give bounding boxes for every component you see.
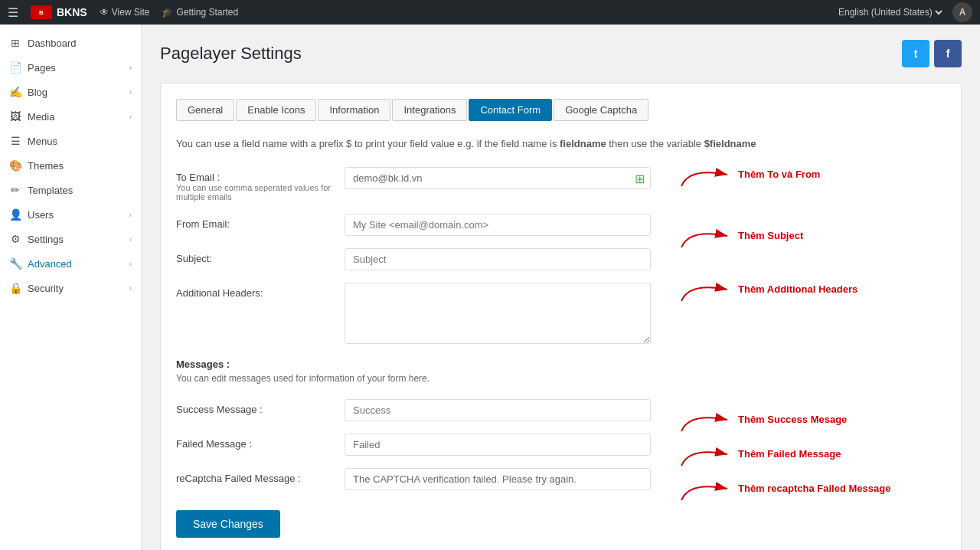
sidebar-item-menus[interactable]: ☰ Menus bbox=[0, 129, 141, 153]
arrow-svg-5 bbox=[674, 439, 735, 470]
email-icon[interactable]: ⊞ bbox=[635, 172, 645, 186]
annotation-label-failed-msg: Thêm Failed Message bbox=[738, 448, 841, 460]
tab-contact-form[interactable]: Contact Form bbox=[469, 99, 552, 121]
annotation-success-msg: Thêm Success Mesage bbox=[674, 404, 847, 435]
twitter-button[interactable]: t bbox=[902, 40, 929, 67]
security-icon: 🔒 bbox=[9, 282, 21, 294]
to-email-control: ⊞ bbox=[345, 167, 651, 189]
info-text: You can use a field name with a prefix $… bbox=[176, 136, 946, 152]
annotation-failed-msg: Thêm Failed Message bbox=[674, 439, 841, 470]
save-changes-button[interactable]: Save Changes bbox=[176, 510, 280, 538]
annotation-label-to-from: Thêm To và From bbox=[738, 169, 820, 180]
main-content: Pagelayer Settings t f General Enable Ic… bbox=[142, 25, 980, 550]
view-site-icon: 👁 bbox=[100, 7, 109, 18]
social-icons: t f bbox=[902, 40, 962, 67]
sidebar-item-themes[interactable]: 🎨 Themes bbox=[0, 153, 141, 178]
messages-header: Messages : bbox=[176, 358, 946, 370]
to-email-input[interactable] bbox=[345, 167, 651, 189]
logo-text: BKNS bbox=[57, 6, 87, 18]
subject-input[interactable] bbox=[345, 248, 651, 270]
additional-headers-textarea[interactable] bbox=[345, 283, 651, 344]
tab-google-captcha[interactable]: Google Captcha bbox=[554, 99, 648, 121]
pages-arrow: › bbox=[129, 64, 132, 72]
to-email-label: To Email : You can use comma seperated v… bbox=[176, 167, 345, 201]
page-title: Pagelayer Settings bbox=[160, 44, 302, 64]
users-icon: 👤 bbox=[9, 208, 21, 221]
tab-general[interactable]: General bbox=[176, 99, 234, 121]
sidebar-label-users: Users bbox=[28, 209, 54, 221]
arrow-svg-4 bbox=[674, 404, 735, 435]
sidebar: ⊞ Dashboard 📄 Pages › ✍ Blog › 🖼 Media ›… bbox=[0, 25, 142, 550]
arrow-svg-6 bbox=[674, 473, 735, 504]
blog-icon: ✍ bbox=[9, 86, 21, 98]
failed-message-row: Failed Message : Thêm Failed Message bbox=[176, 434, 946, 456]
from-email-control bbox=[345, 214, 651, 236]
failed-message-input[interactable] bbox=[345, 434, 651, 456]
dashboard-icon: ⊞ bbox=[9, 37, 21, 49]
arrow-svg-2 bbox=[674, 221, 735, 251]
sidebar-item-security[interactable]: 🔒 Security › bbox=[0, 276, 141, 300]
sidebar-label-themes: Themes bbox=[28, 160, 64, 172]
success-message-label: Success Message : bbox=[176, 399, 345, 415]
recaptcha-failed-input[interactable] bbox=[345, 468, 651, 490]
sidebar-item-users[interactable]: 👤 Users › bbox=[0, 202, 141, 227]
additional-headers-control bbox=[345, 283, 651, 346]
advanced-icon: 🔧 bbox=[9, 257, 21, 270]
subject-control bbox=[345, 248, 651, 270]
from-email-input[interactable] bbox=[345, 214, 651, 236]
getting-started-link[interactable]: 🎓 Getting Started bbox=[162, 7, 238, 18]
additional-headers-label: Additional Headers: bbox=[176, 283, 345, 299]
topbar: ☰ B BKNS 👁 View Site 🎓 Getting Started E… bbox=[0, 0, 980, 25]
security-arrow: › bbox=[129, 284, 132, 293]
from-email-label: From Email: bbox=[176, 214, 345, 230]
annotation-subject: Thêm Subject bbox=[674, 221, 803, 251]
avatar[interactable]: A bbox=[952, 2, 972, 22]
success-message-input[interactable] bbox=[345, 399, 651, 421]
sidebar-item-dashboard[interactable]: ⊞ Dashboard bbox=[0, 31, 141, 55]
annotation-recaptcha: Thêm recaptcha Failed Message bbox=[674, 473, 890, 504]
tab-integrations[interactable]: Integrations bbox=[392, 99, 467, 121]
settings-icon: ⚙ bbox=[9, 233, 21, 245]
media-icon: 🖼 bbox=[9, 110, 21, 123]
sidebar-item-advanced[interactable]: 🔧 Advanced › bbox=[0, 251, 141, 276]
sidebar-label-pages: Pages bbox=[28, 62, 56, 74]
tab-information[interactable]: Information bbox=[318, 99, 390, 121]
recaptcha-failed-row: reCaptcha Failed Message : Thêm recaptch… bbox=[176, 468, 946, 490]
settings-arrow: › bbox=[129, 235, 132, 244]
sidebar-item-settings[interactable]: ⚙ Settings › bbox=[0, 227, 141, 251]
getting-started-icon: 🎓 bbox=[162, 7, 173, 18]
tab-enable-icons[interactable]: Enable Icons bbox=[236, 99, 316, 121]
users-arrow: › bbox=[129, 211, 132, 219]
additional-headers-row: Additional Headers: bbox=[176, 283, 946, 346]
templates-icon: ✏ bbox=[9, 184, 21, 196]
failed-message-control bbox=[345, 434, 651, 456]
sidebar-label-blog: Blog bbox=[28, 87, 47, 98]
success-message-control bbox=[345, 399, 651, 421]
sidebar-label-security: Security bbox=[28, 283, 64, 294]
sidebar-label-media: Media bbox=[28, 111, 54, 123]
hamburger-icon[interactable]: ☰ bbox=[8, 5, 18, 20]
facebook-button[interactable]: f bbox=[934, 40, 962, 67]
settings-card: General Enable Icons Information Integra… bbox=[160, 83, 962, 550]
form-container: To Email : You can use comma seperated v… bbox=[176, 167, 946, 490]
page-header: Pagelayer Settings t f bbox=[160, 40, 962, 67]
recaptcha-failed-control bbox=[345, 468, 651, 490]
advanced-arrow: › bbox=[129, 260, 132, 268]
layout: ⊞ Dashboard 📄 Pages › ✍ Blog › 🖼 Media ›… bbox=[0, 0, 980, 550]
sidebar-label-dashboard: Dashboard bbox=[28, 38, 77, 49]
variable-bold: $fieldname bbox=[704, 138, 756, 149]
view-site-link[interactable]: 👁 View Site bbox=[100, 7, 150, 18]
annotation-label-success-msg: Thêm Success Mesage bbox=[738, 414, 847, 425]
language-select[interactable]: English (United States) bbox=[835, 6, 945, 18]
to-email-row: To Email : You can use comma seperated v… bbox=[176, 167, 946, 201]
topbar-right: English (United States) A bbox=[835, 2, 972, 22]
logo: B BKNS bbox=[31, 5, 87, 19]
sidebar-item-blog[interactable]: ✍ Blog › bbox=[0, 80, 141, 104]
sidebar-label-menus: Menus bbox=[28, 136, 57, 147]
sidebar-item-media[interactable]: 🖼 Media › bbox=[0, 104, 141, 129]
themes-icon: 🎨 bbox=[9, 159, 21, 172]
to-email-sublabel: You can use comma seperated values for m… bbox=[176, 183, 345, 201]
sidebar-item-pages[interactable]: 📄 Pages › bbox=[0, 55, 141, 80]
sidebar-item-templates[interactable]: ✏ Templates bbox=[0, 178, 141, 202]
recaptcha-failed-label: reCaptcha Failed Message : bbox=[176, 468, 345, 484]
